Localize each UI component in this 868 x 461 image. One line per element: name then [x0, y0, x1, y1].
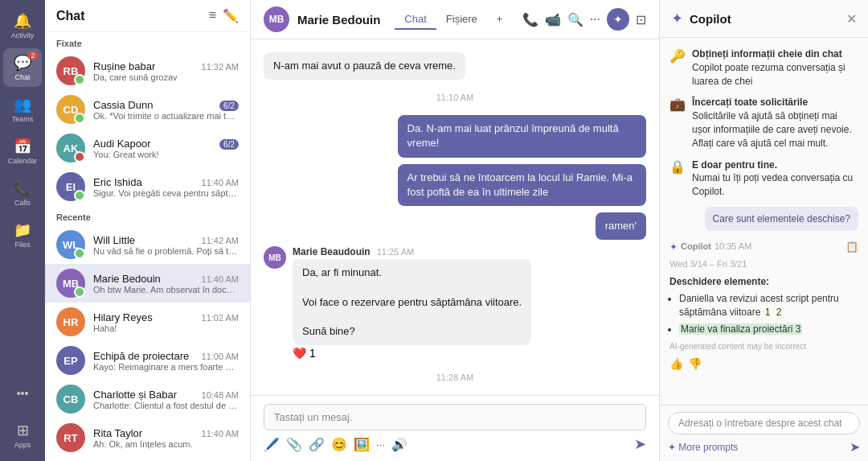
files-icon: 📁 [14, 221, 31, 239]
videocall-icon[interactable]: 📹 [545, 12, 561, 27]
copilot-input[interactable]: Adresați o întrebare despre acest chat [668, 412, 860, 434]
feature-desc: Copilot poate rezuma conversația și luar… [692, 61, 858, 88]
copilot-response-bullets: Daniella va revizui acest script pentru … [679, 292, 858, 335]
chat-item-will[interactable]: WL Will Little 11:42 AM Nu văd să fie o … [45, 225, 250, 264]
sidebar-item-more[interactable]: ••• [3, 374, 42, 413]
chat-list-title: Chat [56, 9, 85, 23]
search-chat-icon[interactable]: 🔍 [567, 12, 583, 27]
chat-name-rusine: Rușine babar [93, 60, 155, 72]
send-copilot-icon[interactable]: ➤ [850, 439, 860, 455]
section-label-fixate: Fixate [45, 32, 250, 51]
tab-chat[interactable]: Chat [395, 10, 436, 30]
chat-preview-eric: Sigur. Voi pregăti ceva pentru săptămâna… [93, 188, 239, 198]
feature-desc: Numai tu îți poți vedea conversația cu C… [692, 171, 858, 199]
feature-title: E doar pentru tine. [692, 158, 858, 172]
format-icon[interactable]: 🖊️ [264, 437, 280, 452]
chat-item-info-hilary: Hilary Reyes 11:02 AM Haha! [93, 311, 239, 333]
chat-preview-echipa: Kayo: Reimaginare a mers foarte bine. "C… [93, 362, 239, 372]
copy-icon[interactable]: 📋 [845, 239, 858, 255]
audio-icon[interactable]: 🔊 [391, 437, 407, 452]
copilot-toggle-icon[interactable]: ✦ [607, 8, 629, 31]
activity-icon: 🔔 [14, 12, 31, 30]
chat-item-info-cassia: Cassia Dunn 6/2 Ok. *Voi trimite o actua… [93, 99, 239, 121]
message-content: Marie Beaudouin 11:25 AM Da, ar fi minun… [293, 246, 531, 360]
link-icon[interactable]: 🔗 [309, 437, 325, 452]
chat-time-hilary: 11:02 AM [202, 313, 239, 323]
input-area: Tastați un mesaj. 🖊️ 📎 🔗 😊 🖼️ ··· 🔊 ➤ [251, 395, 659, 461]
messages-area: N-am mai avut o pauză de ceva vreme. 11:… [251, 39, 659, 395]
sidebar-item-chat[interactable]: 2 💬 Chat [3, 48, 42, 87]
chat-item-info-rita: Rita Taylor 11:40 AM Ah. Ok, am înțeles … [93, 427, 239, 449]
avatar-eric: EI [56, 172, 85, 201]
chat-name-hilary: Hilary Reyes [93, 311, 153, 323]
image-icon[interactable]: 🖼️ [354, 437, 370, 452]
call-icon[interactable]: 📞 [522, 12, 538, 27]
chat-item-echipa[interactable]: EP Echipă de proiectare 11:00 AM Kayo: R… [45, 341, 250, 380]
sidebar-item-calendar[interactable]: 📅 Calendar [3, 132, 42, 171]
chat-item-joshua[interactable]: JV Joshua Venture 10:29 AM Thanks for re… [45, 457, 250, 461]
more-toolbar-icon[interactable]: ··· [376, 438, 385, 451]
tab-add[interactable]: + [487, 10, 513, 30]
copilot-feature-keys: 🔑 Obțineți informații cheie din chat Cop… [669, 47, 858, 88]
send-button[interactable]: ➤ [634, 435, 646, 453]
copilot-feature-prompts: 💼 Încercați toate solicitările Solicităr… [669, 96, 858, 150]
chat-preview-charlotte: Charlotte: Clientul a fost destul de fer… [93, 401, 239, 410]
message-bubble: N-am mai avut o pauză de ceva vreme. [264, 52, 465, 80]
copilot-response-time: 10:35 AM [714, 240, 751, 253]
copilot-response-title: Deschidere elemente: [669, 274, 858, 289]
copilot-close-button[interactable]: ✕ [846, 11, 857, 27]
thumbs-down-icon[interactable]: 👎 [688, 356, 702, 373]
sidebar-item-calls[interactable]: 📞 Calls [3, 174, 42, 212]
apps-icon: ⊞ [17, 422, 29, 439]
filter-icon[interactable]: ≡ [209, 8, 216, 23]
calls-icon: 📞 [14, 179, 31, 197]
expand-icon[interactable]: ⊡ [636, 12, 646, 27]
copilot-response-label: Copilot [681, 240, 711, 253]
lock-icon: 🔒 [669, 159, 686, 175]
copilot-feature-private: 🔒 E doar pentru tine. Numai tu îți poți … [669, 158, 858, 199]
copilot-response-icon: ✦ [669, 240, 678, 254]
chat-preview-cassia: Ok. *Voi trimite o actualizare mai târzi… [93, 111, 239, 121]
copilot-more-prompts[interactable]: ✦ More prompts ➤ [668, 439, 860, 455]
emoji-icon[interactable]: 😊 [331, 437, 347, 452]
message-bubble: Ar trebui să ne întoarcem la locul lui R… [398, 164, 646, 206]
avatar-will: WL [56, 230, 85, 259]
chat-header: MB Marie Bedouin Chat Fișiere + 📞 📹 🔍 ··… [251, 0, 659, 39]
chat-item-hilary[interactable]: HR Hilary Reyes 11:02 AM Haha! [45, 303, 250, 341]
message-input-placeholder[interactable]: Tastați un mesaj. [264, 404, 646, 430]
chat-item-audi[interactable]: AK Audi Kapoor 6/2 You: Great work! [45, 129, 250, 167]
more-options-icon[interactable]: ··· [590, 12, 600, 27]
chat-item-cassia[interactable]: CD Cassia Dunn 6/2 Ok. *Voi trimite o ac… [45, 90, 250, 129]
feature-title: Obțineți informații cheie din chat [692, 47, 858, 61]
chat-item-rita[interactable]: RT Rita Taylor 11:40 AM Ah. Ok, am înțel… [45, 418, 250, 457]
message-row: N-am mai avut o pauză de ceva vreme. [264, 52, 646, 80]
sidebar-item-files[interactable]: 📁 Files [3, 216, 42, 254]
attach-icon[interactable]: 📎 [286, 437, 302, 452]
chat-item-charlotte[interactable]: CB Charlotte și Babar 10:48 AM Charlotte… [45, 380, 250, 418]
chat-preview-will: Nu văd să fie o problemă. Poți să televi… [93, 246, 239, 256]
header-contact-name: Marie Bedouin [297, 13, 380, 27]
chat-preview-hilary: Haha! [93, 323, 239, 333]
message-row: ramen' [264, 212, 646, 240]
thumbs-up-icon[interactable]: 👍 [669, 356, 683, 373]
sidebar-item-activity[interactable]: 🔔 Activity [3, 6, 42, 45]
sidebar-item-teams[interactable]: 👥 Teams [3, 90, 42, 129]
message-bubble: Da. N-am mai luat prânzul împreună de mu… [398, 115, 646, 157]
message-sender-time: 11:25 AM [377, 247, 414, 257]
chat-item-rusine[interactable]: RB Rușine babar 11:32 AM Da, care sună g… [45, 51, 250, 90]
message-row: MB Marie Beaudouin 11:25 AM Da, ar fi mi… [264, 246, 646, 360]
copilot-feedback: 👍 👎 [669, 356, 858, 373]
avatar-audi: AK [56, 134, 85, 163]
timestamp: 11:10 AM [264, 93, 646, 102]
tab-files[interactable]: Fișiere [436, 10, 487, 30]
message-bubble: ramen' [596, 212, 646, 240]
chat-item-marie[interactable]: MB Marie Bedouin 11:40 AM Oh btw Marie. … [45, 264, 250, 303]
new-chat-icon[interactable]: ✏️ [223, 8, 239, 23]
bullet-item: Marie va finaliza proiectări 3 [679, 323, 858, 336]
avatar-rita: RT [56, 423, 85, 452]
chat-list-panel: Chat ≡ ✏️ Fixate RB Rușine babar 11:32 A… [45, 0, 251, 461]
avatar-echipa: EP [56, 346, 85, 375]
chat-item-eric[interactable]: EI Eric Ishida 11:40 AM Sigur. Voi pregă… [45, 167, 250, 206]
message-content: Da. N-am mai luat prânzul împreună de mu… [398, 115, 646, 157]
sidebar-item-apps[interactable]: ⊞ Apps [3, 416, 42, 455]
